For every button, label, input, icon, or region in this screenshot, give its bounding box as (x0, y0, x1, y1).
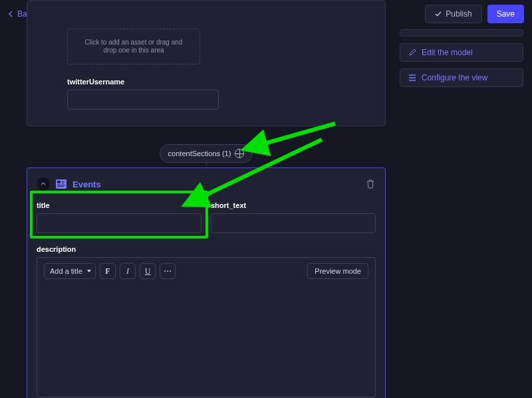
caret-up-icon (40, 181, 47, 187)
short-text-label: short_text (211, 201, 376, 209)
configure-view-button[interactable]: Configure the view (400, 68, 523, 87)
publish-label: Publish (446, 9, 471, 19)
edit-model-label: Edit the model (422, 48, 473, 57)
layout-icon (408, 74, 416, 82)
more-formatting-button[interactable]: ⋯ (160, 263, 176, 279)
richtext-editor[interactable] (37, 284, 376, 397)
edit-model-button[interactable]: Edit the model (400, 43, 523, 62)
trash-icon (366, 179, 374, 189)
richtext-toolbar: Add a title F I U ⋯ Preview mode (37, 257, 376, 284)
twitter-username-field: twitterUsername (67, 78, 219, 110)
dz-component-card: Events title short_text description Add … (27, 167, 386, 398)
asset-dropzone[interactable]: Click to add an asset or drag and drop o… (67, 29, 200, 64)
arrow-left-icon (8, 11, 15, 17)
twitter-username-label: twitterUsername (67, 78, 219, 86)
heading-dropdown-label: Add a title (50, 267, 82, 275)
short-text-field: short_text (211, 201, 376, 233)
save-button[interactable]: Save (487, 5, 524, 23)
underline-button[interactable]: U (140, 263, 156, 279)
dz-collapse-toggle[interactable] (37, 177, 50, 191)
description-field: description Add a title F I U ⋯ Preview … (37, 245, 376, 397)
svg-rect-4 (57, 185, 65, 185)
twitter-username-input[interactable] (67, 90, 219, 110)
svg-rect-2 (62, 181, 65, 182)
dz-component-title: Events (72, 179, 101, 189)
save-label: Save (497, 9, 515, 19)
svg-rect-0 (56, 179, 66, 189)
preview-mode-button[interactable]: Preview mode (307, 263, 368, 279)
globe-icon (235, 149, 244, 158)
pencil-icon (408, 49, 416, 56)
right-sidebar: Edit the model Configure the view (400, 29, 523, 94)
content-sections-pill[interactable]: contentSections (1) (160, 144, 253, 163)
asset-prompt: Click to add an asset or drag and drop o… (78, 39, 189, 55)
dz-delete-button[interactable] (365, 179, 376, 189)
title-input[interactable] (37, 213, 201, 233)
short-text-input[interactable] (211, 213, 376, 233)
title-label: title (37, 201, 201, 209)
bold-button[interactable]: F (100, 263, 116, 279)
svg-rect-1 (57, 181, 61, 183)
component-type-icon (55, 178, 67, 190)
svg-rect-5 (57, 186, 64, 187)
check-icon (435, 11, 442, 17)
configure-view-label: Configure the view (422, 73, 487, 82)
svg-rect-3 (62, 183, 64, 183)
dynamic-zone-pill-area: contentSections (1) (27, 130, 386, 148)
description-label: description (37, 245, 376, 253)
dz-header: Events (37, 177, 376, 191)
preview-mode-label: Preview mode (315, 267, 361, 275)
main-entry-card: Click to add an asset or drag and drop o… (27, 0, 386, 126)
heading-dropdown[interactable]: Add a title (44, 263, 96, 279)
title-field: title (37, 201, 201, 233)
dz-fields-row: title short_text (37, 201, 376, 233)
sidebar-info-box (400, 29, 523, 37)
content-sections-label: contentSections (1) (168, 149, 231, 157)
publish-button[interactable]: Publish (425, 5, 481, 23)
italic-button[interactable]: I (120, 263, 136, 279)
